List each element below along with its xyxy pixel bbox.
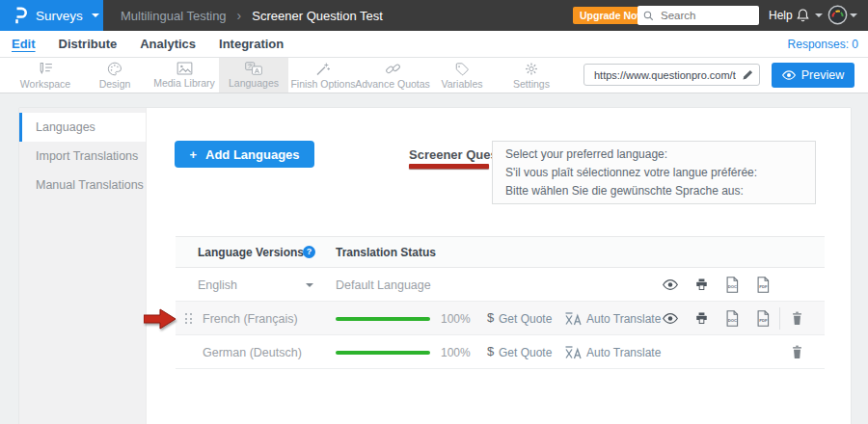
toolbar-item-media-library[interactable]: Media Library	[149, 58, 219, 93]
column-header-language-versions: Language Versions	[198, 246, 304, 259]
palette-icon	[107, 62, 122, 76]
svg-text:PDF: PDF	[759, 284, 768, 289]
print-icon[interactable]	[694, 311, 709, 325]
dollar-icon[interactable]: $	[487, 344, 494, 358]
export-doc-icon[interactable]: DOC	[725, 310, 739, 327]
sidebar-item-import-translations[interactable]: Import Translations	[19, 142, 146, 171]
preview-button[interactable]: Preview	[772, 63, 854, 88]
breadcrumb-folder[interactable]: Multilingual Testing	[121, 9, 227, 23]
tab-edit[interactable]: Edit	[12, 37, 36, 51]
screener-option-german: Bitte wählen Sie die gewünschte Sprache …	[505, 182, 802, 200]
annotation-red-arrow	[144, 308, 176, 330]
add-languages-button[interactable]: + Add Languages	[175, 141, 314, 168]
product-name: Surveys	[36, 9, 83, 23]
sidebar-item-manual-translations[interactable]: Manual Translations	[19, 171, 146, 199]
tab-integration[interactable]: Integration	[219, 37, 284, 51]
language-dropdown-caret-icon[interactable]	[306, 283, 313, 287]
tag-icon	[454, 62, 470, 76]
toolbar-item-finish-options[interactable]: Finish Options	[288, 58, 358, 93]
chain-link-icon	[385, 62, 401, 76]
toolbar-item-workspace[interactable]: Workspace	[11, 58, 80, 93]
screener-option-french: S'il vous plaît sélectionnez votre langu…	[505, 164, 802, 182]
translation-progress-bar	[336, 317, 430, 321]
svg-text:DOC: DOC	[728, 318, 737, 323]
auto-translate-link[interactable]: Auto Translate	[586, 312, 661, 326]
screener-question-preview-box: Select your preferred language: S'il vou…	[492, 141, 816, 204]
responses-count-link[interactable]: Responses: 0	[788, 38, 858, 51]
languages-panel: Languages Import Translations Manual Tra…	[19, 108, 851, 424]
languages-sidebar: Languages Import Translations Manual Tra…	[19, 108, 147, 424]
sidebar-item-languages[interactable]: Languages	[19, 113, 146, 142]
help-link[interactable]: Help	[769, 9, 793, 22]
default-language-select[interactable]: English	[198, 278, 237, 292]
questionpro-logo-icon	[13, 6, 27, 25]
auto-translate-icon[interactable]	[565, 346, 583, 359]
language-name: French (Français)	[203, 312, 298, 326]
svg-text:PDF: PDF	[759, 318, 768, 323]
table-row-french: French (Français) 100% $ Get Quote Auto …	[176, 302, 825, 335]
annotation-red-underline	[409, 164, 489, 169]
preview-eye-icon	[782, 70, 796, 80]
survey-tab-bar: Edit Distribute Analytics Integration Re…	[0, 31, 868, 58]
toolbar-item-languages[interactable]: Languages	[219, 58, 288, 93]
bell-dropdown-caret[interactable]	[815, 13, 823, 17]
toolbar-item-settings[interactable]: Settings	[497, 58, 566, 93]
screener-option-english: Select your preferred language:	[505, 146, 802, 164]
dollar-icon[interactable]: $	[487, 310, 494, 325]
notifications-bell-icon[interactable]	[796, 8, 810, 23]
search-input[interactable]	[659, 9, 753, 22]
image-icon	[176, 62, 193, 75]
print-icon[interactable]	[694, 278, 709, 291]
export-pdf-icon[interactable]: PDF	[756, 310, 770, 327]
auto-translate-icon[interactable]	[565, 312, 583, 326]
breadcrumb: Multilingual Testing › Screener Question…	[121, 0, 383, 31]
export-pdf-icon[interactable]: PDF	[756, 277, 770, 293]
search-icon	[643, 11, 654, 21]
translate-icon	[245, 62, 262, 75]
help-tooltip-icon[interactable]: ?	[303, 246, 315, 258]
avatar[interactable]	[827, 5, 848, 25]
delete-icon[interactable]	[791, 345, 803, 359]
table-header-row: Language Versions ? Translation Status	[176, 236, 825, 268]
chevron-down-icon	[92, 13, 99, 17]
product-menu[interactable]: Surveys	[0, 0, 103, 31]
breadcrumb-survey-title: Screener Question Test	[252, 9, 383, 23]
get-quote-link[interactable]: Get Quote	[499, 346, 552, 359]
edit-url-pencil-icon[interactable]	[742, 69, 753, 81]
view-icon[interactable]	[663, 279, 678, 290]
translation-progress-bar	[336, 351, 430, 355]
breadcrumb-separator: ›	[237, 8, 242, 23]
action-divider	[779, 307, 780, 330]
top-bar: Surveys Multilingual Testing › Screener …	[0, 0, 868, 31]
get-quote-link[interactable]: Get Quote	[499, 312, 552, 326]
toolbar-item-design[interactable]: Design	[80, 58, 149, 93]
wand-icon	[315, 62, 331, 76]
app-window: Surveys Multilingual Testing › Screener …	[0, 0, 868, 424]
translation-percent: 100%	[441, 312, 471, 326]
delete-icon[interactable]	[791, 311, 803, 326]
gear-icon	[524, 62, 539, 76]
language-versions-table: Language Versions ? Translation Status E…	[176, 236, 825, 369]
table-row-german: German (Deutsch) 100% $ Get Quote Auto T…	[176, 335, 825, 369]
language-name: German (Deutsch)	[203, 346, 302, 359]
plus-icon: +	[189, 147, 197, 162]
tab-analytics[interactable]: Analytics	[140, 37, 196, 51]
column-header-translation-status: Translation Status	[336, 246, 436, 259]
svg-text:DOC: DOC	[728, 284, 737, 289]
view-icon[interactable]	[663, 313, 678, 324]
toolbar-item-advance-quotas[interactable]: Advance Quotas	[358, 58, 427, 93]
edit-toolbar: Workspace Design Media Library Languages	[0, 58, 868, 93]
survey-url-field	[583, 64, 760, 86]
translation-percent: 100%	[441, 346, 471, 359]
search-box	[637, 6, 759, 25]
table-row-english: English Default Language DOC PDF	[176, 268, 825, 302]
export-doc-icon[interactable]: DOC	[725, 277, 739, 293]
workspace-icon	[38, 62, 54, 76]
toolbar-item-variables[interactable]: Variables	[427, 58, 497, 93]
tab-distribute[interactable]: Distribute	[59, 37, 118, 51]
avatar-dropdown-caret[interactable]	[850, 13, 857, 17]
auto-translate-link[interactable]: Auto Translate	[586, 346, 661, 359]
drag-handle-icon[interactable]	[185, 313, 192, 324]
default-language-text: Default Language	[336, 278, 431, 292]
survey-url-input[interactable]	[592, 68, 738, 82]
